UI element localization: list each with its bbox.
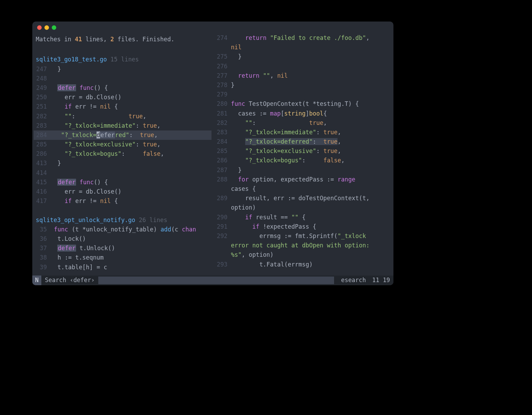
line-number: 293 [214,260,231,269]
code-line[interactable]: 292 errmsg := fmt.Sprintf("_txlock [214,231,392,241]
line-number: 283 [34,121,50,130]
mode-indicator: N [32,276,41,285]
code-line[interactable]: 277 return "", nil [214,71,392,81]
minimize-icon[interactable] [44,25,49,30]
line-number: 37 [34,244,50,253]
code-line[interactable]: 288 for option, expectedPass := range [214,175,392,184]
code-line[interactable]: 286 "?_txlock=bogus": false, [34,149,211,159]
line-number: 283 [214,128,231,137]
code-line[interactable]: 289 result, err := doTestOpenContext(t, [214,194,392,203]
code-line[interactable]: 282 "": true, [214,118,392,128]
search-results-pane[interactable]: Matches in 41 lines, 2 files. Finished. … [32,33,213,276]
line-number: 284 [34,130,50,140]
code-line[interactable]: 279 [214,90,392,99]
code-line[interactable]: 280func TestOpenContext(t *testing.T) { [214,99,392,109]
code-line[interactable]: 39 t.table[h] = c [34,263,211,272]
line-number: 417 [34,196,50,206]
code-line[interactable]: 291 if !expectedPass { [214,222,392,231]
line-number: 278 [214,81,231,90]
line-number: 285 [214,146,231,156]
line-number: 287 [214,166,231,175]
file-line-count: 26 lines [139,217,167,223]
summary-files: 2 [110,36,114,43]
code-line[interactable]: 36 t.Lock() [34,234,211,244]
line-number: 275 [214,52,231,61]
code-line[interactable]: 247 } [34,65,211,74]
line-number: 415 [34,178,50,187]
code-line[interactable]: 275 } [214,52,392,61]
code-line[interactable]: 276 [214,62,392,71]
line-number: 286 [214,156,231,165]
code-line[interactable]: 293 t.Fatal(errmsg) [214,260,392,269]
line-number: 39 [34,263,50,272]
line-number: 35 [34,225,50,234]
code-line-wrap: %s", option) [214,250,392,260]
code-preview-pane[interactable]: 274 return "Failed to create ./foo.db", … [213,33,393,276]
code-line[interactable]: 284 "?_txlock=deferred": true, [214,137,392,146]
code-line[interactable]: 283 "?_txlock=immediate": true, [214,128,392,137]
code-line[interactable]: 416 err = db.Close() [34,187,211,196]
line-number: 280 [214,99,231,109]
line-number: 286 [34,149,50,159]
summary-mid: lines, [82,36,110,43]
code-line[interactable]: 38 h := t.seqnum [34,253,211,262]
code-line[interactable]: 251 if err != nil { [34,102,211,111]
code-line[interactable]: 37 defer t.Unlock() [34,244,211,253]
line-number: 290 [214,213,231,222]
code-line[interactable]: 287 } [214,166,392,175]
code-line[interactable]: 35 func (t *unlock_notify_table) add(c c… [34,225,211,234]
code-line[interactable]: 285 "?_txlock=exclusive": true, [34,140,211,149]
code-line[interactable]: 413 } [34,159,211,168]
code-line[interactable]: 282 "": true, [34,112,211,121]
code-line[interactable]: 290 if result == "" { [214,213,392,222]
line-number: 279 [214,90,231,99]
line-number: 277 [214,71,231,81]
code-line[interactable]: 278} [214,81,392,90]
code-line[interactable]: 248 [34,74,211,83]
line-number: 38 [34,253,50,262]
line-number: 284 [214,137,231,146]
line-number: 247 [34,65,50,74]
search-label: Search ‹defer› [41,276,98,285]
line-number: 289 [214,194,231,203]
line-number: 282 [34,112,50,121]
result-file-header[interactable]: sqlite3_opt_unlock_notify.go 26 lines [34,215,211,225]
code-line[interactable]: 415 defer func() { [34,178,211,187]
code-line[interactable]: 281 cases := map[string]bool{ [214,109,392,118]
code-line[interactable]: 249 defer func() { [34,83,211,93]
code-line[interactable]: 417 if err != nil { [34,196,211,206]
code-line[interactable]: 274 return "Failed to create ./foo.db", [214,33,392,43]
cursor-position: 11 19 [372,276,390,285]
line-number: 36 [34,234,50,244]
file-name: sqlite3_opt_unlock_notify.go [36,217,135,223]
line-number: 282 [214,118,231,128]
status-right: esearch 11 19 [338,276,393,285]
editor-content: Matches in 41 lines, 2 files. Finished. … [32,33,393,276]
line-number: 248 [34,74,50,83]
search-summary: Matches in 41 lines, 2 files. Finished. [34,33,211,45]
search-input[interactable] [98,277,334,284]
code-line-wrap: error not caught at dbOpen with option: [214,241,392,250]
code-line[interactable]: 285 "?_txlock=exclusive": true, [214,146,392,156]
line-number: 413 [34,159,50,168]
close-icon[interactable] [37,25,42,30]
code-line[interactable]: 250 err = db.Close() [34,93,211,102]
line-number: 281 [214,109,231,118]
line-number: 291 [214,222,231,231]
defer-keyword: defer [57,179,76,186]
titlebar [32,22,393,33]
line-number: 288 [214,175,231,184]
code-line-current[interactable]: 284 "?_txlock=deferred": true, [34,130,211,140]
result-file-header[interactable]: sqlite3_go18_test.go 15 lines [34,55,211,64]
line-number: 250 [34,93,50,102]
code-line[interactable]: 286 "?_txlock=bogus": false, [214,156,392,165]
line-number: 416 [34,187,50,196]
line-number: 276 [214,62,231,71]
buffer-mode: esearch [341,276,366,285]
line-number: 414 [34,168,50,178]
zoom-icon[interactable] [52,25,56,30]
file-name: sqlite3_go18_test.go [36,56,107,63]
code-line-wrap: cases { [214,184,392,194]
code-line[interactable]: 414 [34,168,211,178]
code-line[interactable]: 283 "?_txlock=immediate": true, [34,121,211,130]
